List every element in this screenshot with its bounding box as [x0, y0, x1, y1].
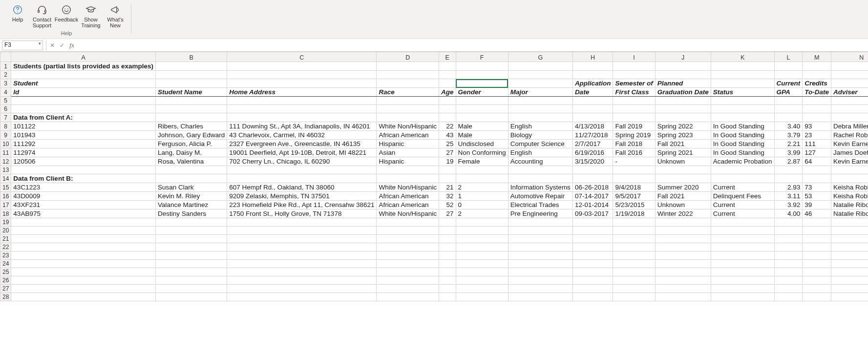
cell-A18[interactable]: 43AB975 [11, 209, 156, 218]
cell-J13[interactable] [655, 166, 711, 174]
cell-N15[interactable]: Keisha Robbins [831, 183, 868, 192]
cell-N11[interactable]: James Doeff [831, 148, 868, 157]
cell-M13[interactable] [803, 166, 831, 174]
cell-N21[interactable] [831, 235, 868, 243]
column-header-E[interactable]: E [439, 52, 456, 62]
spreadsheet-grid[interactable]: ABCDEFGHIJKLMNOP 1Students (partial list… [0, 52, 868, 301]
cell-E17[interactable]: 52 [439, 201, 456, 209]
cell-L7[interactable] [774, 113, 803, 122]
cell-A21[interactable] [11, 235, 156, 243]
cell-B18[interactable]: Destiny Sanders [155, 209, 227, 218]
cell-J25[interactable] [655, 268, 711, 276]
cell-B6[interactable] [155, 105, 227, 113]
cell-G7[interactable] [508, 113, 572, 122]
cell-K27[interactable] [711, 285, 774, 293]
cell-N5[interactable] [831, 97, 868, 105]
cell-H10[interactable]: 2/7/2017 [572, 140, 613, 148]
cell-M12[interactable]: 64 [803, 157, 831, 166]
cell-M10[interactable]: 111 [803, 140, 831, 148]
column-header-I[interactable]: I [613, 52, 655, 62]
cell-H1[interactable] [572, 62, 613, 71]
cell-H19[interactable] [572, 218, 613, 227]
cell-B7[interactable] [155, 113, 227, 122]
cell-N28[interactable] [831, 293, 868, 301]
cell-I9[interactable]: Spring 2019 [613, 131, 655, 140]
cell-K23[interactable] [711, 251, 774, 260]
cell-E4[interactable]: Age [439, 88, 456, 97]
cell-E10[interactable]: 25 [439, 140, 456, 148]
cell-J10[interactable]: Fall 2021 [655, 140, 711, 148]
column-header-C[interactable]: C [227, 52, 377, 62]
cell-F8[interactable]: Male [456, 122, 508, 131]
cell-E21[interactable] [439, 235, 456, 243]
cell-C19[interactable] [227, 218, 377, 227]
cell-F28[interactable] [456, 293, 508, 301]
cell-K21[interactable] [711, 235, 774, 243]
cell-H9[interactable]: 11/27/2018 [572, 131, 613, 140]
cell-I27[interactable] [613, 285, 655, 293]
cell-K17[interactable]: Current [711, 201, 774, 209]
cell-B26[interactable] [155, 276, 227, 285]
cell-B9[interactable]: Johnson, Gary Edward [155, 131, 227, 140]
row-header-28[interactable]: 28 [0, 293, 11, 301]
cell-I10[interactable]: Fall 2018 [613, 140, 655, 148]
row-header-7[interactable]: 7 [0, 113, 11, 122]
cell-A6[interactable] [11, 105, 156, 113]
cell-J22[interactable] [655, 243, 711, 251]
cell-H21[interactable] [572, 235, 613, 243]
cell-B2[interactable] [155, 71, 227, 79]
cell-I15[interactable]: 9/4/2018 [613, 183, 655, 192]
cell-B11[interactable]: Lang, Daisy M. [155, 148, 227, 157]
feedback-button[interactable]: Feedback [55, 2, 78, 29]
cell-K12[interactable]: Academic Probation [711, 157, 774, 166]
cell-D13[interactable] [377, 166, 439, 174]
cell-M28[interactable] [803, 293, 831, 301]
cell-G26[interactable] [508, 276, 572, 285]
cell-G9[interactable]: Biology [508, 131, 572, 140]
cell-M16[interactable]: 53 [803, 192, 831, 201]
cell-D23[interactable] [377, 251, 439, 260]
cell-D1[interactable] [377, 62, 439, 71]
cell-B4[interactable]: Student Name [155, 88, 227, 97]
cell-A16[interactable]: 43D0009 [11, 192, 156, 201]
cell-B22[interactable] [155, 243, 227, 251]
cell-A13[interactable] [11, 166, 156, 174]
cell-A14[interactable]: Data from Client B: [11, 174, 156, 183]
cell-M23[interactable] [803, 251, 831, 260]
cell-C8[interactable]: 111 Downing St., Apt 3A, Indianapolis, I… [227, 122, 377, 131]
cell-K3[interactable] [711, 79, 774, 88]
cell-F22[interactable] [456, 243, 508, 251]
cell-I25[interactable] [613, 268, 655, 276]
cell-K25[interactable] [711, 268, 774, 276]
cell-D12[interactable]: Hispanic [377, 157, 439, 166]
cell-L19[interactable] [774, 218, 803, 227]
cell-I6[interactable] [613, 105, 655, 113]
cell-K16[interactable]: Delinquent Fees [711, 192, 774, 201]
cell-H16[interactable]: 07-14-2017 [572, 192, 613, 201]
cell-J11[interactable]: Spring 2021 [655, 148, 711, 157]
cell-H4[interactable]: Date [572, 88, 613, 97]
cell-F9[interactable]: Male [456, 131, 508, 140]
cell-F12[interactable]: Female [456, 157, 508, 166]
cell-L16[interactable]: 3.11 [774, 192, 803, 201]
cell-C18[interactable]: 1750 Front St., Holly Grove, TN 71378 [227, 209, 377, 218]
cell-H18[interactable]: 09-03-2017 [572, 209, 613, 218]
cell-D5[interactable] [377, 97, 439, 105]
cell-E9[interactable]: 43 [439, 131, 456, 140]
cell-L28[interactable] [774, 293, 803, 301]
cell-A28[interactable] [11, 293, 156, 301]
cell-B21[interactable] [155, 235, 227, 243]
cell-K11[interactable]: In Good Standing [711, 148, 774, 157]
cell-B19[interactable] [155, 218, 227, 227]
cell-B16[interactable]: Kevin M. Riley [155, 192, 227, 201]
cell-B25[interactable] [155, 268, 227, 276]
cell-F2[interactable] [456, 71, 508, 79]
cell-K4[interactable]: Status [711, 88, 774, 97]
cell-N20[interactable] [831, 227, 868, 235]
cell-E5[interactable] [439, 97, 456, 105]
cell-F18[interactable]: 2 [456, 209, 508, 218]
cell-N18[interactable]: Natalie Ribonhoffer [831, 209, 868, 218]
cell-I17[interactable]: 5/23/2015 [613, 201, 655, 209]
row-header-23[interactable]: 23 [0, 251, 11, 260]
cell-I1[interactable] [613, 62, 655, 71]
